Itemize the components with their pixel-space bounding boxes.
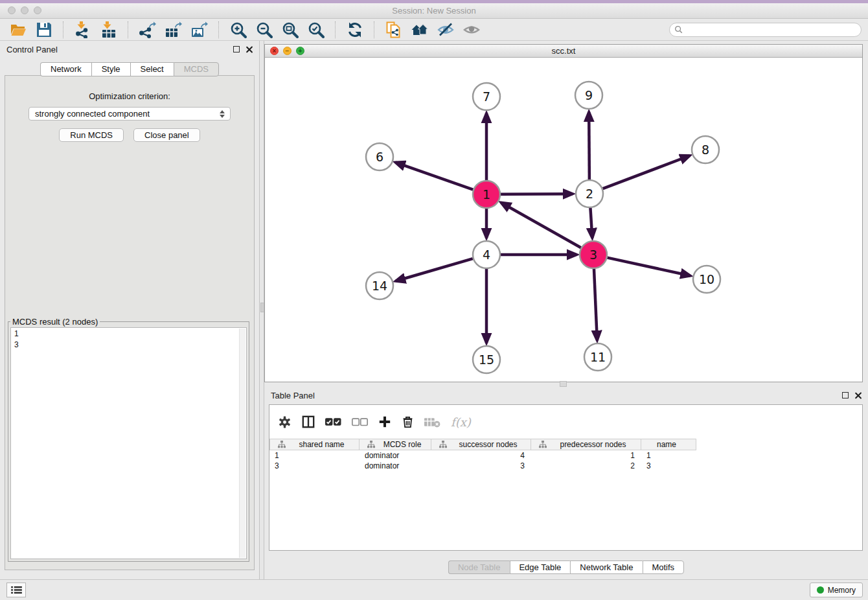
node-label-8: 8	[702, 143, 709, 157]
show-all-button[interactable]	[461, 21, 483, 39]
show-all-icon	[463, 21, 480, 38]
tab-style[interactable]: Style	[91, 62, 130, 76]
tab-network[interactable]: Network	[40, 62, 91, 76]
tab-network-table[interactable]: Network Table	[570, 560, 642, 574]
close-view-icon[interactable]: ×	[270, 47, 279, 55]
import-table-icon	[100, 21, 117, 38]
split-columns-button[interactable]	[302, 415, 315, 428]
mcds-panel: Optimization criterion: strongly connect…	[5, 75, 255, 570]
control-panel: Control Panel NetworkStyleSelectMCDS Opt…	[0, 41, 259, 579]
hierarchy-icon	[278, 441, 286, 448]
tab-edge-table[interactable]: Edge Table	[509, 560, 570, 574]
home-icon	[411, 21, 428, 38]
settings-gear-button[interactable]	[278, 415, 291, 429]
window-controls	[8, 6, 41, 14]
hide-selected-button[interactable]	[435, 21, 457, 39]
save-session-button[interactable]	[33, 21, 55, 39]
float-panel-icon[interactable]	[233, 46, 240, 52]
search-input[interactable]	[685, 24, 861, 36]
close-panel-icon[interactable]	[246, 46, 253, 53]
zoom-fit-icon	[282, 21, 299, 38]
toolbar-separator	[63, 21, 64, 38]
edge-3-1[interactable]	[501, 203, 581, 248]
column-header-mcds-role[interactable]: MCDS role	[360, 439, 431, 450]
select-all-button[interactable]	[325, 417, 341, 427]
search-icon	[674, 25, 683, 34]
tab-motifs[interactable]: Motifs	[642, 560, 684, 574]
memory-button[interactable]: Memory	[810, 583, 863, 597]
zoom-window-icon[interactable]	[34, 6, 41, 14]
add-column-icon	[378, 415, 391, 428]
export-image-button[interactable]	[188, 21, 211, 39]
table-row[interactable]: 3dominator323	[269, 461, 862, 471]
hide-selected-icon	[437, 21, 454, 38]
hierarchy-icon	[539, 441, 547, 448]
toolbar-separator	[335, 21, 336, 38]
node-label-14: 14	[372, 279, 387, 293]
edge-3-10[interactable]	[607, 258, 690, 276]
import-network-icon	[74, 21, 91, 38]
edge-1-6[interactable]	[396, 163, 474, 190]
zoom-selected-button[interactable]	[305, 21, 327, 39]
open-session-button[interactable]	[7, 21, 29, 39]
network-canvas[interactable]: 1234678910111415	[265, 58, 862, 382]
select-all-icon	[325, 417, 341, 427]
toolbar-separator	[374, 21, 375, 38]
refresh-icon	[347, 21, 363, 38]
zoom-out-button[interactable]	[253, 21, 275, 39]
optimization-criterion-select[interactable]: strongly connected component	[29, 107, 231, 121]
edge-4-14[interactable]	[396, 259, 473, 281]
tab-mcds[interactable]: MCDS	[174, 62, 219, 76]
home-button[interactable]	[409, 21, 431, 39]
minimize-view-icon[interactable]: −	[283, 47, 291, 55]
network-file-button[interactable]	[383, 21, 405, 39]
network-view-window: × − + scc.txt 1234678910111415	[264, 44, 863, 382]
network-window-titlebar[interactable]: × − + scc.txt	[265, 45, 862, 58]
export-table-button[interactable]	[163, 21, 185, 39]
column-header-name[interactable]: name	[641, 439, 696, 450]
network-resize-grip[interactable]	[560, 381, 567, 387]
zoom-in-icon	[230, 21, 247, 38]
import-network-button[interactable]	[72, 21, 94, 39]
edge-3-11[interactable]	[594, 269, 597, 340]
edge-2-8[interactable]	[603, 156, 690, 189]
column-header-successor-nodes[interactable]: successor nodes	[431, 439, 531, 450]
deselect-all-button[interactable]	[352, 417, 368, 427]
table-cell: 3	[269, 461, 360, 471]
edge-2-3[interactable]	[590, 208, 592, 238]
tab-node-table[interactable]: Node Table	[448, 560, 510, 574]
function-builder-button: f(x)	[451, 415, 471, 429]
close-table-panel-icon[interactable]	[854, 392, 862, 399]
edge-1-2[interactable]	[501, 194, 573, 194]
zoom-fit-button[interactable]	[279, 21, 301, 39]
toolbar-separator	[128, 21, 129, 38]
tab-select[interactable]: Select	[130, 62, 174, 76]
delete-column-button[interactable]	[402, 415, 414, 428]
import-table-button[interactable]	[98, 21, 120, 39]
app-titlebar: Session: New Session	[0, 3, 868, 19]
search-box[interactable]	[669, 23, 862, 37]
panel-split-divider[interactable]	[259, 41, 264, 579]
edge-2-9[interactable]	[589, 112, 589, 179]
minimize-window-icon[interactable]	[21, 6, 29, 14]
table-row[interactable]: 1dominator411	[269, 450, 862, 461]
zoom-in-button[interactable]	[227, 21, 249, 39]
column-header-predecessor-nodes[interactable]: predecessor nodes	[531, 439, 641, 450]
table-header-row: shared nameMCDS rolesuccessor nodesprede…	[269, 439, 862, 450]
deselect-all-icon	[352, 417, 368, 427]
export-network-button[interactable]	[137, 21, 159, 39]
result-scrollbar[interactable]	[239, 329, 246, 558]
run-mcds-button[interactable]: Run MCDS	[59, 128, 124, 142]
maximize-view-icon[interactable]: +	[296, 47, 304, 55]
table-cell: 1	[641, 450, 696, 461]
network-graph[interactable]: 1234678910111415	[265, 58, 862, 382]
close-panel-button[interactable]: Close panel	[133, 128, 200, 142]
column-header-label: successor nodes	[450, 440, 531, 449]
close-window-icon[interactable]	[8, 6, 16, 14]
add-column-button[interactable]	[378, 415, 391, 428]
refresh-button[interactable]	[344, 21, 366, 39]
export-image-icon	[191, 21, 208, 38]
status-list-button[interactable]	[6, 583, 26, 597]
column-header-shared-name[interactable]: shared name	[269, 439, 360, 450]
float-table-panel-icon[interactable]	[842, 392, 849, 398]
